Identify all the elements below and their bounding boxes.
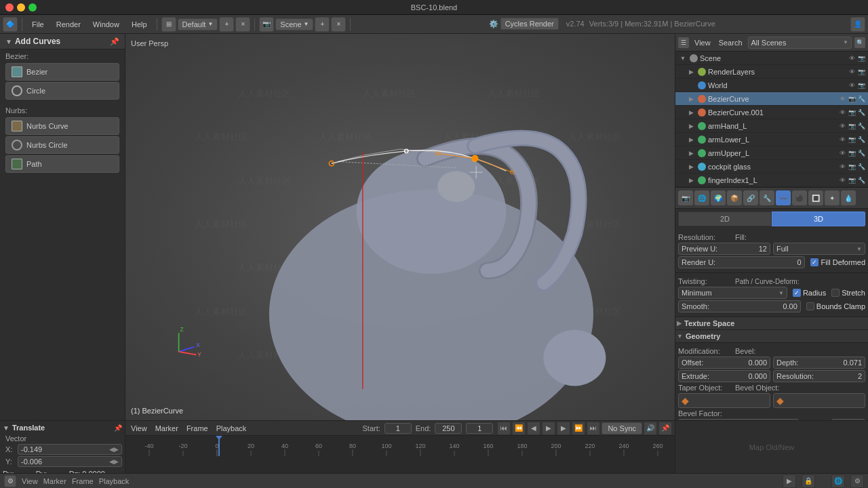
bevel-object-field[interactable]: ◆: [773, 393, 865, 408]
start-frame-field[interactable]: 1: [384, 423, 412, 434]
engine-dropdown[interactable]: Cycles Render: [500, 18, 559, 30]
scene-dropdown[interactable]: Scene: [275, 18, 313, 30]
statusbar-play-icon[interactable]: ▶: [783, 474, 796, 488]
minimize-button[interactable]: [17, 3, 25, 12]
resolution-bevel-field[interactable]: Resolution: 2: [773, 370, 865, 382]
armhand-view[interactable]: 👁: [838, 122, 846, 130]
prev-frame-btn[interactable]: ◀: [527, 422, 540, 435]
search-icon[interactable]: 🔍: [854, 37, 865, 48]
material-icon[interactable]: ⚫: [792, 190, 807, 205]
preview-u-field[interactable]: Preview U: 12: [678, 243, 770, 255]
statusbar-lock-icon[interactable]: 🔒: [802, 474, 815, 488]
statusbar-settings-icon[interactable]: ⚙: [850, 474, 864, 488]
3d-button[interactable]: 3D: [772, 211, 865, 226]
world-render[interactable]: 📷: [857, 81, 865, 89]
tree-item-armhand[interactable]: ▶ armHand_L 👁 📷 🔧: [675, 119, 868, 133]
add-screen-icon[interactable]: +: [219, 17, 234, 32]
finger-view[interactable]: 👁: [838, 176, 846, 184]
path-button[interactable]: Path: [5, 155, 119, 173]
texture-space-header[interactable]: ▶ Texture Space: [675, 317, 868, 330]
jump-end-btn[interactable]: ⏭: [587, 422, 600, 435]
cockpit-view[interactable]: 👁: [838, 163, 846, 171]
circle-button[interactable]: Circle: [5, 82, 119, 100]
render-u-field[interactable]: Render U: 0: [678, 256, 805, 268]
tree-item-armupper[interactable]: ▶ armUpper_L 👁 📷 🔧: [675, 146, 868, 160]
end-frame-field[interactable]: 250: [435, 423, 462, 434]
stretch-check[interactable]: [831, 289, 840, 297]
remove-scene-icon[interactable]: ×: [331, 17, 346, 32]
bezier-button[interactable]: Bezier: [5, 63, 119, 81]
taper-object-field[interactable]: ◆: [678, 393, 770, 408]
timeline-bar[interactable]: -40 -20 0 20 40 60 80 100: [125, 436, 675, 456]
transform-toggle[interactable]: ▼: [3, 424, 9, 432]
depth-field[interactable]: Depth: 0.071: [773, 357, 865, 369]
nurbs-curve-button[interactable]: Nurbs Curve: [5, 117, 119, 135]
panel-pin[interactable]: 📌: [110, 37, 119, 46]
texture-icon[interactable]: 🔳: [808, 190, 823, 205]
armupper-view[interactable]: 👁: [838, 149, 846, 157]
playback-label[interactable]: Playback: [214, 424, 250, 433]
bezier001-toggle[interactable]: ▶: [686, 108, 696, 117]
search-label[interactable]: Search: [716, 38, 745, 47]
window-menu[interactable]: Window: [87, 19, 125, 30]
world-prop-icon[interactable]: 🌍: [711, 190, 726, 205]
tree-item-cockpit[interactable]: ▶ cockpit glass 👁 📷 🔧: [675, 160, 868, 174]
file-menu[interactable]: File: [26, 19, 50, 30]
user-prefs-icon[interactable]: 👤: [850, 17, 865, 32]
statusbar-globe-icon[interactable]: 🌐: [831, 474, 845, 488]
marker-statusbar[interactable]: Marker: [43, 477, 66, 485]
render-layers-view[interactable]: 👁: [848, 68, 856, 76]
pin-btn[interactable]: 📌: [658, 422, 672, 435]
modifier-icon[interactable]: 🔧: [760, 190, 774, 205]
view-tl-label[interactable]: View: [128, 424, 150, 433]
tree-item-finger[interactable]: ▶ fingerIndex1_L 👁 📷 🔧: [675, 174, 868, 187]
next-frame-btn[interactable]: ▶: [557, 422, 570, 435]
add-scene-icon[interactable]: +: [315, 17, 330, 32]
armlower-render[interactable]: 📷: [848, 136, 856, 144]
next-keyframe-btn[interactable]: ⏩: [572, 422, 585, 435]
bezier001-view[interactable]: 👁: [838, 108, 846, 117]
finger-mod[interactable]: 🔧: [857, 176, 865, 184]
tree-item-bezier001[interactable]: ▶ BezierCurve.001 👁 📷 🔧: [675, 106, 868, 119]
stretch-checkbox[interactable]: Stretch: [829, 289, 865, 297]
armlower-view[interactable]: 👁: [838, 136, 846, 144]
armhand-toggle[interactable]: ▶: [686, 121, 696, 131]
constraints-icon[interactable]: 🔗: [743, 190, 758, 205]
fill-deformed-check[interactable]: [810, 258, 818, 266]
armupper-mod[interactable]: 🔧: [857, 149, 865, 157]
close-button[interactable]: [5, 3, 14, 12]
physics-icon[interactable]: 💧: [841, 190, 856, 205]
view-statusbar[interactable]: View: [22, 477, 38, 485]
sync-button[interactable]: No Sync: [601, 422, 642, 434]
tree-item-bezier[interactable]: ▶ BezierCurve 👁 📷 🔧: [675, 92, 868, 106]
radius-checkbox[interactable]: Radius: [790, 289, 826, 297]
radius-check[interactable]: [793, 289, 801, 297]
armlower-mod[interactable]: 🔧: [857, 136, 865, 144]
frame-statusbar[interactable]: Frame: [72, 477, 94, 485]
x-field[interactable]: -0.149 ◀▶: [18, 444, 122, 455]
world-view[interactable]: 👁: [848, 81, 856, 89]
blender-logo[interactable]: 🔷: [3, 17, 18, 32]
twisting-dropdown[interactable]: Minimum: [678, 287, 787, 299]
tree-item-world[interactable]: ▶ World 👁 📷: [675, 79, 868, 92]
cockpit-toggle[interactable]: ▶: [686, 162, 696, 171]
restrict-render-icon[interactable]: 📷: [857, 54, 865, 62]
playback-statusbar[interactable]: Playback: [99, 477, 130, 485]
fill-deformed-checkbox[interactable]: Fill Deformed: [808, 258, 865, 266]
bezier-render[interactable]: 🔧: [857, 95, 865, 103]
view-label[interactable]: View: [692, 38, 713, 47]
render-icon[interactable]: 📷: [259, 17, 274, 32]
tree-item-scene[interactable]: ▼ Scene 👁 📷: [675, 52, 868, 65]
render-layers-render[interactable]: 📷: [857, 68, 865, 76]
maximize-button[interactable]: [28, 3, 37, 12]
audio-btn[interactable]: 🔊: [644, 422, 657, 435]
finger-toggle[interactable]: ▶: [686, 176, 696, 185]
armupper-render[interactable]: 📷: [848, 149, 856, 157]
render-menu[interactable]: Render: [51, 19, 86, 30]
prev-keyframe-btn[interactable]: ⏪: [512, 422, 526, 435]
armupper-toggle[interactable]: ▶: [686, 148, 696, 158]
current-frame-field[interactable]: 1: [466, 423, 493, 434]
smooth-field[interactable]: Smooth: 0.00: [678, 300, 801, 312]
panel-toggle[interactable]: ▼: [5, 38, 12, 45]
outliner-view-icon[interactable]: ☰: [678, 37, 689, 48]
